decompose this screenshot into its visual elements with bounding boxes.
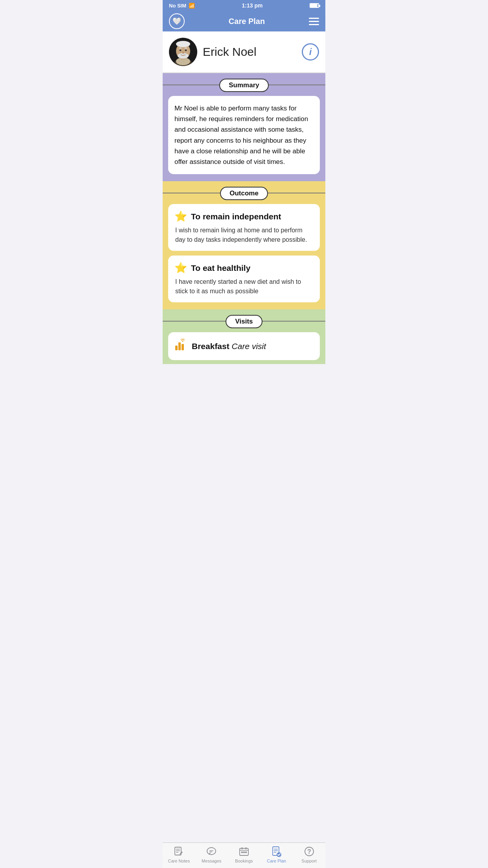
summary-text: Mr Noel is able to perform many tasks fo… [174, 103, 314, 167]
svg-point-8 [185, 50, 187, 51]
visits-chart-icon [174, 338, 187, 354]
summary-card: Mr Noel is able to perform many tasks fo… [168, 96, 320, 174]
outcome-title-row-1: ⭐ To remain independent [174, 210, 314, 223]
nav-bar: 🤍 Care Plan [163, 11, 325, 31]
visits-label-row: Visits [163, 309, 325, 332]
svg-point-7 [180, 50, 182, 51]
svg-point-6 [178, 53, 189, 59]
svg-point-9 [182, 51, 184, 54]
visits-title-1: Breakfast Care visit [192, 342, 266, 351]
visits-section: Visits Breakfast Care visit [163, 309, 325, 364]
status-right [310, 3, 319, 8]
outcome-body-2: I have recently started a new diet and w… [174, 277, 314, 296]
outcome-title-1: To remain independent [191, 212, 281, 221]
outcome-title-row-2: ⭐ To eat healthily [174, 262, 314, 274]
outcome-section: Outcome ⭐ To remain independent I wish t… [163, 181, 325, 309]
svg-point-13 [182, 341, 183, 342]
status-time: 1:13 pm [242, 2, 263, 9]
svg-rect-10 [175, 346, 178, 350]
menu-button[interactable] [309, 18, 319, 25]
svg-point-5 [176, 41, 190, 47]
outcome-card-1: ⭐ To remain independent I wish to remain… [168, 204, 320, 251]
status-bar: No SIM 📶 1:13 pm [163, 0, 325, 11]
star-icon-1: ⭐ [174, 210, 187, 223]
summary-badge: Summary [219, 79, 268, 92]
patient-name: Erick Noel [203, 45, 257, 59]
outcome-body-1: I wish to remain living at home and to p… [174, 226, 314, 245]
summary-section: Summary Mr Noel is able to perform many … [163, 73, 325, 181]
svg-rect-12 [182, 344, 184, 350]
outcome-label-row: Outcome [163, 181, 325, 204]
outcome-card-2: ⭐ To eat healthily I have recently start… [168, 256, 320, 302]
avatar [169, 38, 197, 66]
heart-icon[interactable]: 🤍 [169, 13, 185, 29]
wifi-icon: 📶 [189, 3, 195, 9]
visits-card-1: Breakfast Care visit [168, 332, 320, 360]
profile-section: Erick Noel i [163, 31, 325, 72]
outcome-title-2: To eat healthily [191, 263, 250, 273]
nav-title: Care Plan [229, 17, 265, 26]
carrier-text: No SIM [169, 3, 186, 9]
battery-icon [310, 3, 319, 8]
svg-rect-11 [178, 342, 181, 350]
star-icon-2: ⭐ [174, 262, 187, 274]
profile-left: Erick Noel [169, 38, 257, 66]
info-icon[interactable]: i [302, 43, 319, 61]
outcome-badge: Outcome [220, 187, 268, 200]
visits-badge: Visits [226, 315, 262, 328]
summary-label-row: Summary [163, 73, 325, 96]
status-left: No SIM 📶 [169, 3, 195, 9]
